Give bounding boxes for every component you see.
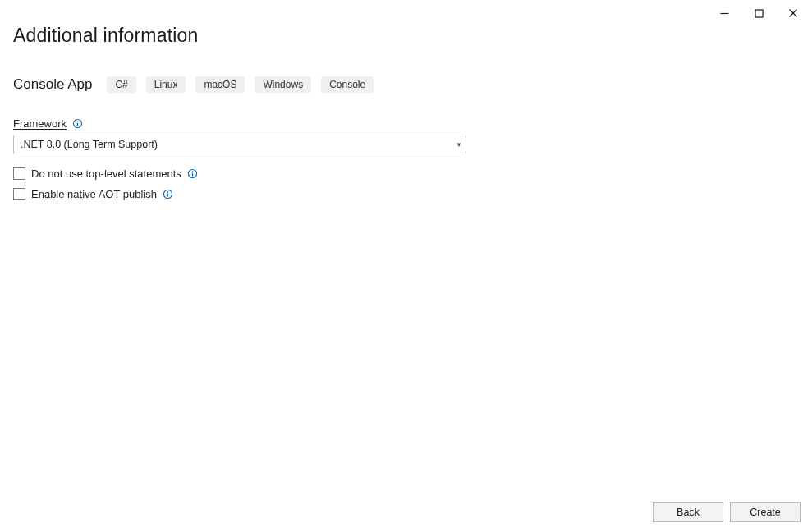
svg-point-8 — [192, 172, 194, 173]
aot-checkbox-label[interactable]: Enable native AOT publish — [31, 188, 157, 200]
info-icon[interactable] — [71, 118, 83, 130]
back-button[interactable]: Back — [653, 502, 723, 522]
framework-label: Framework — [13, 117, 67, 130]
page-title: Additional information — [13, 25, 799, 47]
svg-rect-1 — [755, 10, 763, 17]
tag-windows[interactable]: Windows — [255, 76, 311, 93]
close-button[interactable] — [776, 2, 810, 24]
info-icon[interactable] — [163, 189, 174, 200]
svg-point-11 — [167, 192, 169, 194]
create-button[interactable]: Create — [730, 502, 801, 522]
info-icon[interactable] — [187, 168, 199, 180]
framework-dropdown[interactable]: .NET 8.0 (Long Term Support) ▼ — [13, 135, 466, 154]
framework-selected-value: .NET 8.0 (Long Term Support) — [21, 139, 158, 150]
chevron-down-icon: ▼ — [456, 141, 462, 149]
maximize-button[interactable] — [741, 2, 776, 24]
aot-checkbox[interactable] — [13, 188, 25, 200]
template-header: Console App C# Linux macOS Windows Conso… — [13, 76, 799, 93]
minimize-button[interactable] — [707, 2, 741, 24]
svg-point-5 — [76, 122, 78, 123]
toplevel-checkbox[interactable] — [13, 167, 25, 180]
tag-linux[interactable]: Linux — [146, 76, 186, 93]
tag-macos[interactable]: macOS — [195, 76, 245, 93]
tag-csharp[interactable]: C# — [107, 76, 135, 93]
svg-rect-12 — [167, 194, 168, 197]
svg-rect-6 — [76, 123, 77, 126]
svg-rect-9 — [192, 173, 193, 177]
toplevel-checkbox-label[interactable]: Do not use top-level statements — [31, 167, 181, 180]
template-name: Console App — [13, 76, 92, 93]
tag-console[interactable]: Console — [321, 76, 374, 93]
